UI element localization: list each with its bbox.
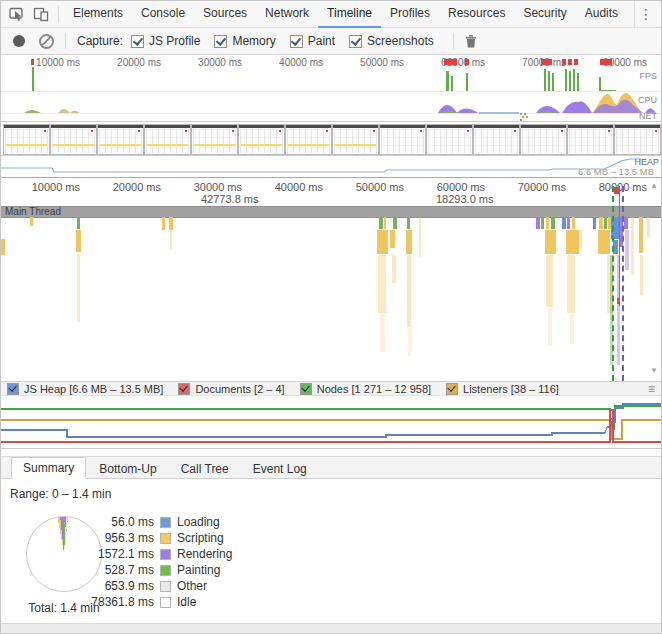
ruler-tick-label: 40000 ms	[263, 181, 323, 193]
screenshot-thumbnail[interactable]	[567, 124, 614, 155]
counter-documents[interactable]: Documents [2 – 4]	[178, 383, 284, 395]
capture-label: Capture:	[77, 34, 123, 48]
counter-label: Nodes [1 271 – 12 958]	[317, 383, 431, 395]
screenshot-thumbnail[interactable]	[426, 124, 473, 155]
tab-profiles[interactable]: Profiles	[381, 1, 439, 28]
memory-counters-graph[interactable]	[1, 396, 661, 449]
ruler-tick-label: 80000 ms	[587, 57, 647, 68]
checkbox-icon[interactable]	[131, 35, 144, 48]
screenshot-thumbnail[interactable]	[379, 124, 426, 155]
checkbox-label: Screenshots	[367, 34, 434, 48]
event-duration-label: 42773.8 ms	[201, 193, 258, 205]
cpu-lane-label: CPU	[638, 95, 657, 105]
overflow-menu-icon[interactable]: ⋮	[634, 1, 657, 28]
counter-nodes[interactable]: Nodes [1 271 – 12 958]	[300, 383, 431, 395]
hamburger-menu-icon[interactable]: ≡	[648, 382, 655, 396]
checkbox-label: Paint	[308, 34, 335, 48]
counter-label: JS Heap [6.6 MB – 13.5 MB]	[24, 383, 163, 395]
tab-resources[interactable]: Resources	[439, 1, 514, 28]
tab-sources[interactable]: Sources	[194, 1, 256, 28]
details-tabbar: Summary Bottom-Up Call Tree Event Log	[1, 456, 661, 479]
main-thread-label: Main Thread	[1, 207, 661, 217]
checkbox-icon[interactable]	[300, 383, 312, 395]
tab-event-log[interactable]: Event Log	[242, 459, 318, 479]
timeline-overview[interactable]: 10000 ms 20000 ms 30000 ms 40000 ms 5000…	[1, 55, 661, 121]
summary-legend-row: 653.9 ms Other	[61, 579, 207, 593]
cpu-activity-chart	[1, 89, 662, 113]
screenshot-thumbnail[interactable]	[285, 124, 332, 155]
devtools-window: Elements Console Sources Network Timelin…	[0, 0, 662, 634]
capture-toolbar: Capture: JS Profile Memory Paint Screens…	[1, 28, 661, 55]
screenshot-thumbnail[interactable]	[97, 124, 144, 155]
clear-recording-icon[interactable]	[39, 34, 54, 49]
checkbox-label: Memory	[232, 34, 275, 48]
screenshot-thumbnail[interactable]	[238, 124, 285, 155]
ruler-tick-label: 20000 ms	[101, 57, 161, 68]
tab-bottom-up[interactable]: Bottom-Up	[88, 459, 167, 479]
counter-js-heap[interactable]: JS Heap [6.6 MB – 13.5 MB]	[7, 383, 163, 395]
ruler-tick-label: 50000 ms	[344, 57, 404, 68]
screenshot-thumbnail[interactable]	[50, 124, 97, 155]
checkbox-icon[interactable]	[7, 383, 19, 395]
counter-lines	[1, 396, 662, 448]
details-pane: Summary Bottom-Up Call Tree Event Log Ra…	[1, 449, 661, 634]
tab-call-tree[interactable]: Call Tree	[170, 459, 240, 479]
toolbar-separator	[453, 33, 454, 49]
screenshot-thumbnail[interactable]	[473, 124, 520, 155]
heap-range-label: 6.6 MB – 13.5 MB	[578, 166, 654, 177]
record-button[interactable]	[13, 35, 25, 47]
legend-swatch-other	[160, 581, 171, 592]
toolbar-separator	[58, 6, 59, 22]
scroll-down-icon[interactable]: ▼	[650, 367, 658, 375]
checkbox-screenshots[interactable]: Screenshots	[349, 34, 434, 48]
range-label: Range: 0 – 1.4 min	[10, 487, 111, 501]
tab-security[interactable]: Security	[514, 1, 575, 28]
ruler-tick-label: 70000 ms	[506, 57, 566, 68]
screenshot-thumbnail[interactable]	[520, 124, 567, 155]
screenshot-thumbnail[interactable]	[332, 124, 379, 155]
category-label: Painting	[177, 563, 220, 577]
screenshot-thumbnail[interactable]	[191, 124, 238, 155]
checkbox-paint[interactable]: Paint	[290, 34, 335, 48]
summary-legend-row: 528.7 ms Painting	[61, 563, 220, 577]
checkbox-label: JS Profile	[149, 34, 200, 48]
garbage-collect-icon[interactable]	[465, 34, 477, 48]
heap-overview-line	[1, 156, 662, 177]
tab-summary[interactable]: Summary	[11, 457, 86, 479]
ruler-tick-label: 30000 ms	[182, 57, 242, 68]
screenshot-thumbnail[interactable]	[614, 124, 661, 155]
flame-chart-pane[interactable]: 10000 ms 20000 ms 30000 ms 40000 ms 5000…	[1, 178, 661, 381]
toolbar-separator	[65, 33, 66, 49]
checkbox-icon[interactable]	[214, 35, 227, 48]
tab-audits[interactable]: Audits	[576, 1, 627, 28]
tab-network[interactable]: Network	[256, 1, 318, 28]
event-duration-label: 18293.0 ms	[436, 193, 493, 205]
checkbox-icon[interactable]	[446, 383, 458, 395]
counter-listeners[interactable]: Listeners [38 – 116]	[446, 383, 559, 395]
devtools-tabbar: Elements Console Sources Network Timelin…	[1, 1, 661, 28]
legend-swatch-painting	[160, 565, 171, 576]
ruler-tick-label: 20000 ms	[101, 181, 161, 193]
legend-swatch-rendering	[160, 549, 171, 560]
tab-console[interactable]: Console	[132, 1, 194, 28]
scroll-up-icon[interactable]: ▲	[650, 182, 658, 190]
ruler-tick-label: 40000 ms	[263, 57, 323, 68]
screenshot-thumbnail[interactable]	[3, 124, 50, 155]
checkbox-icon[interactable]	[349, 35, 362, 48]
ruler-tick-label: 10000 ms	[20, 181, 80, 193]
inspect-element-icon[interactable]	[7, 5, 27, 23]
tab-elements[interactable]: Elements	[64, 1, 132, 28]
checkbox-memory[interactable]: Memory	[214, 34, 275, 48]
legend-swatch-scripting	[160, 533, 171, 544]
checkbox-icon[interactable]	[178, 383, 190, 395]
screenshot-thumbnail[interactable]	[144, 124, 191, 155]
counter-label: Documents [2 – 4]	[195, 383, 284, 395]
category-time: 78361.8 ms	[61, 595, 154, 609]
heap-overview-lane[interactable]: HEAP 6.6 MB – 13.5 MB	[1, 156, 661, 178]
footer-strip	[1, 623, 661, 634]
device-toolbar-icon[interactable]	[31, 5, 51, 23]
checkbox-js-profile[interactable]: JS Profile	[131, 34, 200, 48]
category-label: Idle	[177, 595, 196, 609]
tab-timeline[interactable]: Timeline	[318, 1, 381, 28]
checkbox-icon[interactable]	[290, 35, 303, 48]
